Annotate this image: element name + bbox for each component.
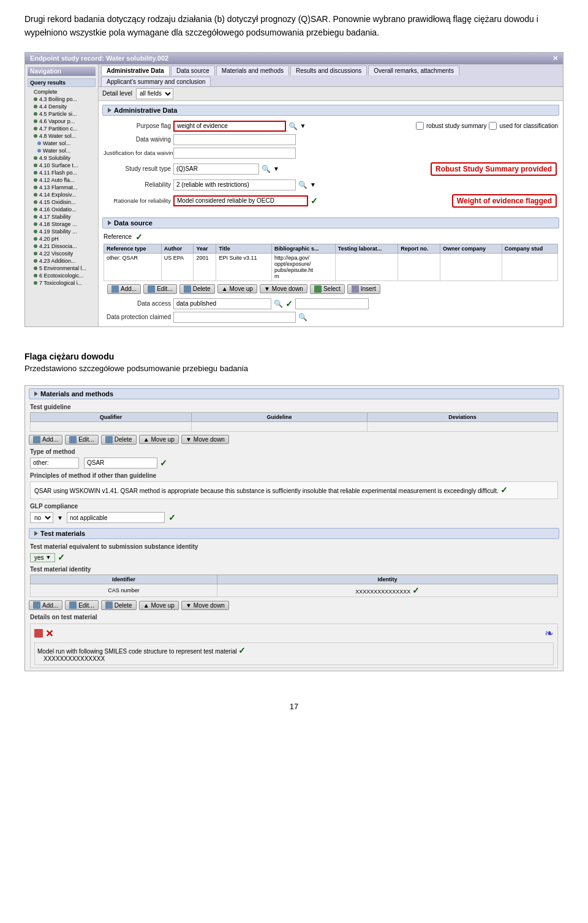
nav-item-4-20[interactable]: 4.20 pH bbox=[28, 235, 96, 243]
edit-tg-button[interactable]: Edit... bbox=[65, 435, 99, 445]
edit-identity-icon bbox=[69, 601, 77, 609]
nav-item-4-3[interactable]: 4.3 Boiling po... bbox=[28, 96, 96, 103]
nav-item-7[interactable]: 7 Toxicological i... bbox=[28, 279, 96, 287]
data-protection-input[interactable] bbox=[173, 312, 296, 323]
nav-item-4-11[interactable]: 4.11 Flash po... bbox=[28, 169, 96, 176]
nav-item-complete[interactable]: Complete bbox=[28, 88, 96, 96]
nav-item-4-9[interactable]: 4.9 Solubility bbox=[28, 154, 96, 162]
study-result-arrow-icon[interactable]: ▼ bbox=[273, 165, 279, 172]
robust-study-checkbox[interactable] bbox=[416, 122, 424, 130]
data-waiving-input[interactable] bbox=[173, 134, 296, 145]
data-protection-search-icon[interactable]: 🔍 bbox=[298, 313, 307, 322]
screenshot-panel-1: Endpoint study record: Water solubility.… bbox=[24, 52, 564, 327]
nav-item-4-5[interactable]: 4.5 Particle si... bbox=[28, 110, 96, 118]
detail-level-select[interactable]: all fields bbox=[136, 88, 173, 99]
data-access-input[interactable] bbox=[173, 298, 271, 309]
close-icon[interactable]: ✕ bbox=[552, 55, 558, 62]
data-source-area: Reference ✓ Reference type Author Year T… bbox=[99, 231, 563, 326]
nav-item-4-22[interactable]: 4.22 Viscosity bbox=[28, 250, 96, 257]
tg-btn-toolbar: Add... Edit... Delete ▲ Move up ▼ Move d… bbox=[25, 433, 563, 446]
tab-admin-data[interactable]: Administrative Data bbox=[101, 66, 170, 75]
details-edit-icon[interactable] bbox=[34, 629, 43, 638]
tab-applicant[interactable]: Applicant's summary and conclusion bbox=[101, 77, 211, 86]
data-access-input2[interactable] bbox=[295, 298, 369, 309]
purpose-flag-input[interactable] bbox=[173, 121, 286, 132]
nav-item-4-17[interactable]: 4.17 Stability bbox=[28, 213, 96, 220]
justification-input[interactable] bbox=[173, 148, 296, 159]
data-protection-row: Data protection claimed 🔍 bbox=[104, 312, 558, 323]
add-identity-button[interactable]: Add... bbox=[29, 600, 62, 610]
used-for-class-checkbox[interactable] bbox=[489, 122, 497, 130]
nav-item-4-13[interactable]: 4.13 Flammat... bbox=[28, 184, 96, 191]
nav-item-water-sol-1[interactable]: Water sol... bbox=[28, 140, 96, 147]
study-result-search-icon[interactable]: 🔍 bbox=[262, 165, 271, 173]
nav-item-4-12[interactable]: 4.12 Auto fla... bbox=[28, 176, 96, 184]
nav-item-5[interactable]: 5 Environmental l... bbox=[28, 265, 96, 272]
nav-item-4-18[interactable]: 4.18 Storage ... bbox=[28, 220, 96, 228]
details-label: Details on test material bbox=[25, 612, 563, 621]
delete-ref-button[interactable]: Delete bbox=[179, 284, 215, 294]
nav-item-4-7[interactable]: 4.7 Partition c... bbox=[28, 125, 96, 132]
glp-row: no ▼ ✓ bbox=[30, 512, 558, 523]
move-down-tg-button[interactable]: ▼ Move down bbox=[181, 435, 229, 444]
select-ref-button[interactable]: Select bbox=[310, 284, 345, 294]
data-access-search-icon[interactable]: 🔍 bbox=[274, 300, 283, 308]
glp-arrow-icon[interactable]: ▼ bbox=[57, 514, 63, 521]
nav-item-water-sol-2[interactable]: Water sol... bbox=[28, 147, 96, 154]
tab-materials[interactable]: Materials and methods bbox=[216, 66, 289, 75]
study-result-input[interactable] bbox=[173, 164, 259, 175]
tab-results[interactable]: Results and discussions bbox=[290, 66, 367, 75]
move-up-tg-icon: ▲ bbox=[143, 436, 149, 443]
nav-item-4-16[interactable]: 4.16 Oxidatio... bbox=[28, 206, 96, 213]
materials-section-title: Materials and methods bbox=[29, 388, 559, 399]
details-section: ✕ ❧ Model run with following SMILES code… bbox=[30, 623, 558, 668]
nav-sidebar-title: Navigation bbox=[28, 67, 96, 76]
justification-label: Justification for data waiving bbox=[104, 149, 171, 156]
identity-table: Identifier Identity CAS number XXXXXXXXX… bbox=[30, 575, 558, 597]
nav-item-4-21[interactable]: 4.21 Dissocia... bbox=[28, 243, 96, 250]
move-up-tg-button[interactable]: ▲ Move up bbox=[139, 435, 179, 444]
nav-item-6[interactable]: 6 Ecotoxicologic... bbox=[28, 272, 96, 279]
admin-form-area: Purpose flag 🔍 ▼ robust study summary us… bbox=[99, 118, 563, 214]
reliability-search-icon[interactable]: 🔍 bbox=[298, 181, 307, 189]
yes-arrow-icon[interactable]: ▼ bbox=[46, 554, 51, 560]
reliability-input[interactable] bbox=[173, 179, 296, 190]
add-tg-button[interactable]: Add... bbox=[29, 435, 62, 445]
move-up-identity-button[interactable]: ▲ Move up bbox=[139, 601, 179, 610]
nav-item-4-6[interactable]: 4.6 Vapour p... bbox=[28, 118, 96, 125]
nav-item-4-19[interactable]: 4.19 Stability ... bbox=[28, 228, 96, 235]
reliability-arrow-icon[interactable]: ▼ bbox=[310, 181, 316, 188]
rationale-input[interactable] bbox=[173, 195, 308, 206]
nav-item-4-4[interactable]: 4.4 Density bbox=[28, 103, 96, 110]
nav-item-4-15[interactable]: 4.15 Oxidisin... bbox=[28, 198, 96, 206]
nav-item-4-8[interactable]: 4.8 Water sol... bbox=[28, 132, 96, 140]
nav-item-4-10[interactable]: 4.10 Surface t... bbox=[28, 162, 96, 169]
edit-identity-button[interactable]: Edit... bbox=[65, 600, 99, 610]
yes-badge[interactable]: yes ▼ bbox=[30, 553, 55, 562]
type-method-input1[interactable] bbox=[30, 458, 79, 469]
add-ref-button[interactable]: Add... bbox=[107, 284, 141, 294]
purpose-flag-arrow-icon[interactable]: ▼ bbox=[300, 122, 306, 129]
nav-item-4-23[interactable]: 4.23 Addition... bbox=[28, 257, 96, 265]
tab-data-source[interactable]: Data source bbox=[171, 66, 215, 75]
move-up-ref-button[interactable]: ▲ Move up bbox=[217, 284, 257, 293]
glp-input[interactable] bbox=[67, 512, 165, 523]
tab-overall[interactable]: Overall remarks, attachments bbox=[368, 66, 459, 75]
type-method-input2[interactable] bbox=[84, 458, 157, 469]
delete-identity-icon bbox=[105, 601, 113, 609]
query-results-header[interactable]: Query results bbox=[28, 78, 96, 87]
move-down-identity-button[interactable]: ▼ Move down bbox=[181, 601, 229, 610]
details-arrow-icon[interactable]: ❧ bbox=[545, 627, 554, 640]
delete-identity-button[interactable]: Delete bbox=[101, 600, 137, 610]
nav-item-4-14[interactable]: 4.14 Explosiv... bbox=[28, 191, 96, 198]
purpose-flag-search-icon[interactable]: 🔍 bbox=[288, 122, 298, 130]
data-access-row: Data access 🔍 ✓ bbox=[104, 298, 558, 309]
glp-select[interactable]: no bbox=[30, 512, 53, 523]
details-delete-icon[interactable]: ✕ bbox=[45, 628, 53, 639]
col-ref-type: Reference type bbox=[104, 244, 162, 253]
tg-empty-row bbox=[31, 421, 558, 431]
move-down-ref-button[interactable]: ▼ Move down bbox=[260, 284, 307, 293]
delete-tg-button[interactable]: Delete bbox=[101, 435, 137, 445]
insert-ref-button[interactable]: Insert bbox=[347, 284, 380, 294]
edit-ref-button[interactable]: Edit... bbox=[143, 284, 177, 294]
